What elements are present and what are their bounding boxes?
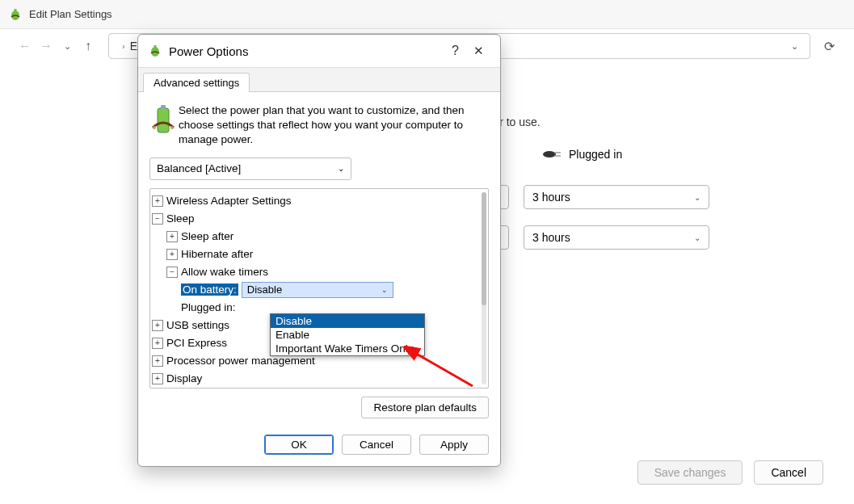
tab-advanced-settings[interactable]: Advanced settings bbox=[143, 73, 250, 92]
plugged-in-label[interactable]: Plugged in: bbox=[181, 301, 236, 313]
recent-chevron-icon[interactable]: ⌄ bbox=[57, 41, 78, 52]
tree-item[interactable]: Hibernate after bbox=[181, 248, 253, 260]
plug-icon bbox=[541, 149, 562, 160]
save-changes-button[interactable]: Save changes bbox=[637, 460, 743, 485]
svg-rect-6 bbox=[154, 45, 157, 48]
option-enable[interactable]: Enable bbox=[271, 328, 424, 342]
chevron-down-icon[interactable]: ⌄ bbox=[788, 41, 801, 52]
expand-icon[interactable]: + bbox=[152, 195, 163, 207]
chevron-down-icon: ⌄ bbox=[381, 286, 388, 294]
collapse-icon[interactable]: − bbox=[152, 213, 163, 225]
dialog-icon bbox=[148, 44, 162, 58]
dialog-title: Power Options bbox=[169, 44, 248, 58]
page-footer-buttons: Save changes Cancel bbox=[637, 460, 823, 485]
svg-rect-7 bbox=[158, 108, 169, 132]
svg-point-9 bbox=[153, 126, 156, 129]
on-battery-value-dropdown[interactable]: Disable⌄ bbox=[242, 282, 393, 298]
tree-item[interactable]: Display bbox=[166, 372, 202, 384]
restore-defaults-button[interactable]: Restore plan defaults bbox=[361, 397, 489, 418]
scrollbar-thumb[interactable] bbox=[482, 192, 486, 305]
scrollbar[interactable] bbox=[482, 192, 486, 384]
help-icon[interactable]: ? bbox=[444, 44, 467, 58]
chevron-down-icon: ⌄ bbox=[694, 233, 700, 242]
tree-item[interactable]: Sleep after bbox=[181, 230, 233, 242]
close-icon[interactable]: ✕ bbox=[467, 44, 490, 58]
tree-item[interactable]: PCI Express bbox=[166, 337, 227, 349]
up-icon[interactable]: ↑ bbox=[78, 39, 99, 53]
breadcrumb-separator-icon: › bbox=[122, 41, 125, 51]
sleep-plugged-dropdown[interactable]: 3 hours⌄ bbox=[524, 225, 709, 250]
dialog-titlebar: Power Options ? ✕ bbox=[138, 35, 500, 67]
settings-tree[interactable]: +Wireless Adapter Settings −Sleep +Sleep… bbox=[149, 188, 489, 388]
svg-rect-8 bbox=[161, 105, 166, 109]
plugged-in-column-label: Plugged in bbox=[569, 148, 622, 161]
battery-large-icon bbox=[149, 103, 179, 148]
ok-button[interactable]: OK bbox=[264, 435, 334, 455]
wake-timer-options-list[interactable]: Disable Enable Important Wake Timers Onl… bbox=[270, 313, 425, 356]
svg-point-10 bbox=[170, 126, 174, 129]
power-plan-select[interactable]: Balanced [Active] ⌄ bbox=[149, 158, 351, 180]
tree-item[interactable]: USB settings bbox=[166, 319, 229, 331]
back-icon[interactable]: ← bbox=[15, 39, 36, 53]
svg-rect-1 bbox=[15, 9, 17, 11]
expand-icon[interactable]: + bbox=[166, 249, 178, 260]
plugged-in-column: Plugged in bbox=[541, 148, 743, 161]
tree-item[interactable]: Processor power management bbox=[166, 355, 315, 367]
apply-button[interactable]: Apply bbox=[419, 435, 489, 455]
expand-icon[interactable]: + bbox=[166, 231, 178, 242]
chevron-down-icon: ⌄ bbox=[338, 164, 344, 173]
main-titlebar: Edit Plan Settings bbox=[0, 0, 854, 29]
forward-icon[interactable]: → bbox=[36, 39, 57, 53]
svg-point-2 bbox=[543, 151, 556, 158]
power-plan-value: Balanced [Active] bbox=[157, 162, 241, 174]
dialog-description: Select the power plan that you want to c… bbox=[179, 103, 489, 148]
tree-item-allow-wake-timers[interactable]: Allow wake timers bbox=[181, 266, 268, 278]
expand-icon[interactable]: + bbox=[152, 373, 163, 384]
display-off-plugged-dropdown[interactable]: 3 hours⌄ bbox=[524, 185, 709, 209]
power-options-dialog: Power Options ? ✕ Advanced settings Sele… bbox=[137, 34, 501, 467]
collapse-icon[interactable]: − bbox=[166, 267, 178, 278]
power-plan-icon bbox=[8, 7, 23, 22]
tree-item[interactable]: Wireless Adapter Settings bbox=[166, 195, 292, 207]
window-title: Edit Plan Settings bbox=[29, 8, 112, 20]
dialog-tabbar: Advanced settings bbox=[138, 67, 500, 91]
dialog-footer: OK Cancel Apply bbox=[138, 426, 500, 466]
refresh-icon[interactable]: ⟳ bbox=[818, 39, 839, 54]
option-disable[interactable]: Disable bbox=[271, 314, 424, 328]
expand-icon[interactable]: + bbox=[152, 338, 163, 349]
tree-item-sleep[interactable]: Sleep bbox=[166, 212, 195, 225]
chevron-down-icon: ⌄ bbox=[694, 193, 700, 202]
dialog-body: Select the power plan that you want to c… bbox=[138, 91, 500, 426]
on-battery-label[interactable]: On battery: bbox=[181, 284, 238, 296]
cancel-button[interactable]: Cancel bbox=[754, 460, 823, 485]
option-important-only[interactable]: Important Wake Timers Only bbox=[271, 342, 424, 355]
dialog-cancel-button[interactable]: Cancel bbox=[342, 435, 411, 455]
expand-icon[interactable]: + bbox=[152, 320, 163, 331]
expand-icon[interactable]: + bbox=[152, 355, 163, 367]
